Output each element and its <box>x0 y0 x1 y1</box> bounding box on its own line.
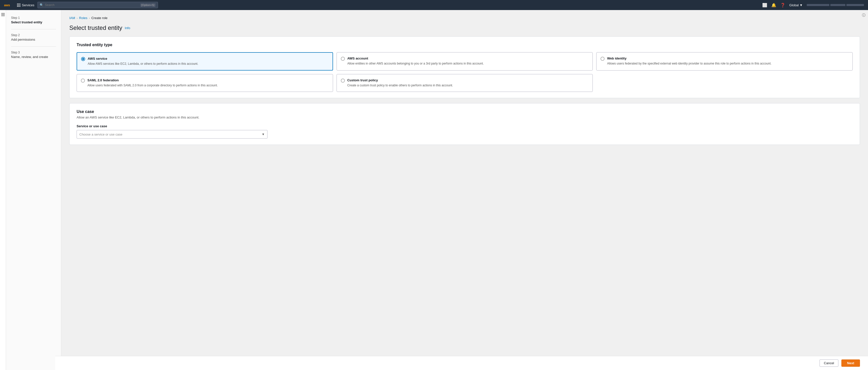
radio-aws-service[interactable] <box>81 57 85 61</box>
step-1-item: Step 1 Select trusted entity <box>11 16 56 24</box>
entity-desc-custom-trust: Create a custom trust policy to enable o… <box>347 83 453 88</box>
nav-right: ⬜ 🔔 ❓ Global ▼ <box>762 3 864 7</box>
account-bar-2 <box>830 4 845 6</box>
entity-name-saml: SAML 2.0 federation <box>87 78 218 82</box>
step-3-number: Step 3 <box>11 51 56 54</box>
use-case-title: Use case <box>76 109 853 114</box>
entity-text-aws-account: AWS account Allow entities in other AWS … <box>347 57 484 66</box>
entity-option-custom-trust[interactable]: Custom trust policy Create a custom trus… <box>337 74 593 92</box>
grid-icon <box>17 3 20 7</box>
chevron-down-icon: ▼ <box>800 3 803 7</box>
entity-name-aws-service: AWS service <box>88 57 198 61</box>
entity-option-saml[interactable]: SAML 2.0 federation Allow users federate… <box>76 74 333 92</box>
aws-logo[interactable]: aws <box>4 2 13 8</box>
breadcrumb-iam[interactable]: IAM <box>69 16 75 20</box>
step-2-item: Step 2 Add permissions <box>11 33 56 41</box>
services-nav[interactable]: Services <box>17 3 34 7</box>
trusted-entity-section-title: Trusted entity type <box>76 43 853 47</box>
bottom-bar: Cancel Next <box>55 356 868 370</box>
entity-text-aws-service: AWS service Allow AWS services like EC2,… <box>88 57 198 66</box>
account-bar-3 <box>846 4 864 6</box>
page-title: Select trusted entity Info <box>69 24 860 31</box>
search-bar[interactable]: 🔍 [Option+S] <box>37 2 158 8</box>
entity-text-custom-trust: Custom trust policy Create a custom trus… <box>347 78 453 88</box>
entity-desc-saml: Allow users federated with SAML 2.0 from… <box>87 83 218 88</box>
step-3-item: Step 3 Name, review, and create <box>11 51 56 59</box>
use-case-card: Use case Allow an AWS service like EC2, … <box>69 103 860 145</box>
step-2-number: Step 2 <box>11 33 56 37</box>
entity-option-aws-service[interactable]: AWS service Allow AWS services like EC2,… <box>76 52 333 71</box>
entity-name-custom-trust: Custom trust policy <box>347 78 453 82</box>
page-info-icon[interactable]: ⓘ <box>862 13 866 18</box>
svg-text:aws: aws <box>4 3 10 7</box>
use-case-desc: Allow an AWS service like EC2, Lambda, o… <box>76 115 853 119</box>
account-info[interactable] <box>807 4 864 6</box>
entity-option-empty <box>596 74 853 92</box>
services-label: Services <box>22 3 34 7</box>
breadcrumb-sep-2: › <box>89 16 90 20</box>
search-icon: 🔍 <box>40 3 43 7</box>
entity-options-row1: AWS service Allow AWS services like EC2,… <box>76 52 853 71</box>
entity-options-row2: SAML 2.0 federation Allow users federate… <box>76 74 853 92</box>
cancel-button[interactable]: Cancel <box>819 360 838 367</box>
step-divider-2 <box>11 46 56 47</box>
global-region[interactable]: Global ▼ <box>789 3 803 7</box>
search-shortcut: [Option+S] <box>140 3 156 7</box>
terminal-icon[interactable]: ⬜ <box>762 3 767 7</box>
bell-icon[interactable]: 🔔 <box>771 3 776 7</box>
breadcrumb-roles[interactable]: Roles <box>79 16 87 20</box>
trusted-entity-card: Trusted entity type AWS service Allow AW… <box>69 36 860 98</box>
step-divider-1 <box>11 29 56 29</box>
breadcrumb-sep-1: › <box>76 16 78 20</box>
help-icon[interactable]: ❓ <box>780 3 785 7</box>
entity-text-saml: SAML 2.0 federation Allow users federate… <box>87 78 218 88</box>
next-button[interactable]: Next <box>841 360 860 367</box>
entity-desc-aws-account: Allow entities in other AWS accounts bel… <box>347 61 484 66</box>
radio-aws-account[interactable] <box>341 57 345 61</box>
entity-option-aws-account[interactable]: AWS account Allow entities in other AWS … <box>337 52 593 71</box>
entity-text-web-identity: Web identity Allows users federated by t… <box>607 57 771 66</box>
radio-custom-trust[interactable] <box>341 78 345 82</box>
info-link[interactable]: Info <box>125 26 130 30</box>
global-label: Global <box>789 3 799 7</box>
top-navigation: aws Services 🔍 [Option+S] ⬜ 🔔 ❓ Global ▼ <box>0 0 868 10</box>
step-1-label: Select trusted entity <box>11 20 56 24</box>
entity-desc-aws-service: Allow AWS services like EC2, Lambda, or … <box>88 62 198 66</box>
service-use-case-label: Service or use case <box>76 124 853 128</box>
search-input[interactable] <box>45 3 138 7</box>
steps-panel: Step 1 Select trusted entity Step 2 Add … <box>6 10 61 370</box>
sidebar-toggle[interactable] <box>0 10 6 370</box>
step-2-label: Add permissions <box>11 38 56 41</box>
entity-name-aws-account: AWS account <box>347 57 484 60</box>
radio-saml[interactable] <box>81 78 85 82</box>
breadcrumb: IAM › Roles › Create role <box>69 16 860 20</box>
entity-option-web-identity[interactable]: Web identity Allows users federated by t… <box>596 52 853 71</box>
chevron-down-icon: ▼ <box>262 133 265 136</box>
entity-desc-web-identity: Allows users federated by the specified … <box>607 61 771 66</box>
entity-name-web-identity: Web identity <box>607 57 771 60</box>
account-bar-1 <box>807 4 829 6</box>
main-content: IAM › Roles › Create role Select trusted… <box>61 10 868 370</box>
step-1-number: Step 1 <box>11 16 56 20</box>
breadcrumb-current: Create role <box>91 16 107 20</box>
step-3-label: Name, review, and create <box>11 55 56 59</box>
dropdown-placeholder: Choose a service or use case <box>80 133 122 136</box>
service-use-case-dropdown[interactable]: Choose a service or use case ▼ <box>76 130 268 139</box>
radio-web-identity[interactable] <box>600 57 604 61</box>
hamburger-icon[interactable] <box>1 13 5 16</box>
